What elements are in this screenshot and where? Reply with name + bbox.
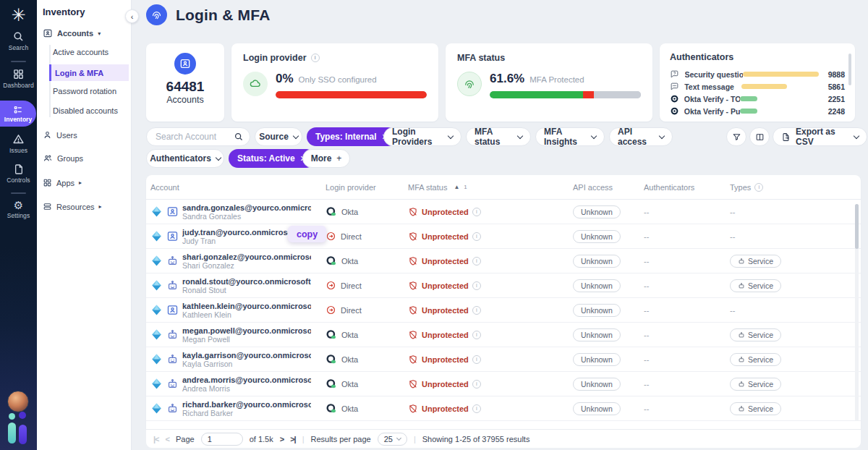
info-icon[interactable]: i (472, 404, 481, 413)
filter-mfa-status-button[interactable]: MFA status (466, 127, 531, 146)
account-email[interactable]: kathleen.klein@yourco.onmicrosoft.co... (182, 302, 311, 310)
okta-provider-icon (326, 255, 337, 267)
search-icon[interactable] (234, 132, 244, 142)
table-row[interactable]: kayla.garrison@yourco.onmicrosoft.co...K… (146, 347, 861, 372)
provider-label: Okta (341, 208, 358, 216)
rail-item-search[interactable]: Search (0, 30, 37, 51)
table-row[interactable]: sandra.gonzales@yourco.onmicrosoft.co...… (146, 200, 861, 224)
divider: | (302, 435, 305, 443)
sidebar-item-label: Groups (57, 154, 83, 163)
sidebar-collapse-button[interactable]: ‹ (125, 9, 139, 23)
filter-mfa-insights-button[interactable]: MFA Insights (535, 127, 605, 146)
rail-item-settings[interactable]: ⚙ Settings (0, 200, 37, 219)
sidebar-item-label: Users (56, 131, 77, 140)
type-service-badge: Service (730, 328, 781, 341)
page-number-input[interactable] (201, 433, 243, 446)
mfa-fingerprint-icon (457, 72, 482, 96)
card-scrollbar[interactable] (848, 54, 851, 85)
info-icon[interactable]: i (311, 54, 320, 62)
account-name: Shari Gonzalez (182, 261, 311, 270)
table-scrollbar[interactable] (855, 204, 859, 421)
info-icon[interactable]: i (472, 380, 481, 389)
rail-item-dashboard[interactable]: Dashboard (0, 68, 37, 89)
account-name: Richard Barker (182, 409, 311, 417)
filter-label: Source (259, 132, 289, 142)
column-header-types[interactable]: Typesi (727, 183, 861, 192)
info-icon[interactable]: i (472, 257, 481, 266)
column-header-login-provider[interactable]: Login provider (323, 183, 405, 192)
sidebar-item-users[interactable]: Users (43, 130, 77, 140)
account-email[interactable]: shari.gonzalez@yourco.onmicrosoft.co... (182, 252, 311, 261)
info-icon[interactable]: i (754, 183, 763, 192)
api-access-badge: Unknown (573, 205, 621, 218)
user-avatar[interactable] (7, 391, 29, 412)
account-email[interactable]: megan.powell@yourco.onmicrosoft.co... (182, 326, 311, 335)
next-page-button[interactable]: > (280, 435, 284, 443)
account-email[interactable]: sandra.gonzales@yourco.onmicrosoft.co... (182, 203, 311, 212)
filter-api-access-button[interactable]: API access (609, 127, 673, 146)
unprotected-icon (408, 404, 418, 414)
table-scrollbar-thumb[interactable] (855, 204, 859, 249)
info-icon[interactable]: i (472, 208, 481, 216)
login-provider-bar (276, 91, 427, 98)
results-per-page-select[interactable]: 25 (378, 433, 407, 446)
entra-diamond-icon (150, 402, 163, 415)
sidebar-item-login-mfa-active[interactable]: Login & MFA (49, 64, 129, 81)
rail-item-controls[interactable]: Controls (0, 164, 37, 184)
account-email[interactable]: andrea.morris@yourco.onmicrosoft.co... (182, 375, 311, 384)
service-account-robot-icon (166, 328, 179, 341)
column-header-authenticators[interactable]: Authenticators (641, 183, 727, 192)
authenticators-card: Authenticators Security question 9888 Te… (660, 43, 855, 122)
first-page-button[interactable]: |< (153, 435, 159, 443)
table-row[interactable]: richard.barker@yourco.onmicrosoft.co...R… (146, 396, 861, 421)
info-icon[interactable]: i (472, 232, 481, 241)
account-email[interactable]: richard.barker@yourco.onmicrosoft.co... (182, 400, 311, 409)
app-logo-icon[interactable]: ✳ (0, 3, 37, 27)
search-account-input[interactable] (156, 132, 234, 142)
sort-asc-icon[interactable]: ▲ (454, 184, 459, 190)
table-row[interactable]: megan.powell@yourco.onmicrosoft.co...Meg… (146, 323, 861, 347)
info-icon[interactable]: i (472, 306, 481, 315)
filter-authenticators-button[interactable]: Authenticators (146, 149, 224, 168)
column-settings-button[interactable] (749, 127, 770, 146)
filter-funnel-button[interactable] (726, 127, 746, 146)
info-icon[interactable]: i (472, 281, 481, 290)
last-page-button[interactable]: >| (290, 435, 296, 443)
results-per-page-value: 25 (384, 435, 393, 443)
column-header-account[interactable]: Account (146, 183, 323, 192)
info-icon[interactable]: i (472, 355, 481, 364)
sidebar-item-active-accounts[interactable]: Active accounts (53, 48, 109, 56)
info-icon[interactable]: i (472, 331, 481, 339)
sidebar-item-disabled-accounts[interactable]: Disabled accounts (53, 106, 118, 115)
rail-item-issues[interactable]: Issues (0, 133, 37, 154)
sidebar-item-accounts[interactable]: Accounts ▾ (43, 28, 101, 38)
filter-label: Login Providers (392, 127, 443, 147)
prev-page-button[interactable]: < (166, 435, 169, 443)
entra-diamond-icon (150, 378, 163, 390)
rail-item-inventory-active[interactable]: Inventory (0, 101, 36, 127)
table-row[interactable]: kathleen.klein@yourco.onmicrosoft.co...K… (146, 298, 861, 323)
sidebar-item-password-rotation[interactable]: Password rotation (53, 87, 116, 95)
sidebar-item-apps[interactable]: Apps ▸ (43, 178, 82, 187)
filter-login-providers-button[interactable]: Login Providers (383, 127, 461, 146)
table-row[interactable]: judy.tran@yourco.onmicrosoft.co...Judy T… (146, 224, 861, 249)
export-csv-button[interactable]: Export as CSV (773, 127, 867, 146)
table-row[interactable]: ronald.stout@yourco.onmicrosoft.co...Ron… (146, 273, 861, 298)
sso-caption: Only SSO configured (299, 75, 377, 84)
copy-tooltip[interactable]: copy (288, 226, 326, 242)
sidebar-item-label: Resources (56, 203, 95, 211)
column-header-api-access[interactable]: API access (570, 183, 641, 192)
table-row[interactable]: andrea.morris@yourco.onmicrosoft.co...An… (146, 372, 861, 396)
filter-more-button[interactable]: More + (302, 149, 350, 168)
account-email[interactable]: ronald.stout@yourco.onmicrosoft.co... (182, 277, 311, 286)
chevron-right-icon: ▸ (99, 203, 102, 210)
sidebar-item-resources[interactable]: Resources ▸ (43, 202, 102, 211)
unprotected-icon (408, 355, 418, 365)
filter-source-button[interactable]: Source (255, 127, 302, 146)
account-email[interactable]: kayla.garrison@yourco.onmicrosoft.co... (182, 351, 311, 360)
column-header-mfa-status[interactable]: MFA status ▲ 1 (405, 183, 570, 192)
table-header: Account Login provider MFA status ▲ 1 AP… (146, 175, 861, 200)
table-row[interactable]: shari.gonzalez@yourco.onmicrosoft.co...S… (146, 249, 861, 273)
unprotected-icon (408, 281, 418, 291)
sidebar-item-groups[interactable]: Groups (43, 153, 83, 163)
